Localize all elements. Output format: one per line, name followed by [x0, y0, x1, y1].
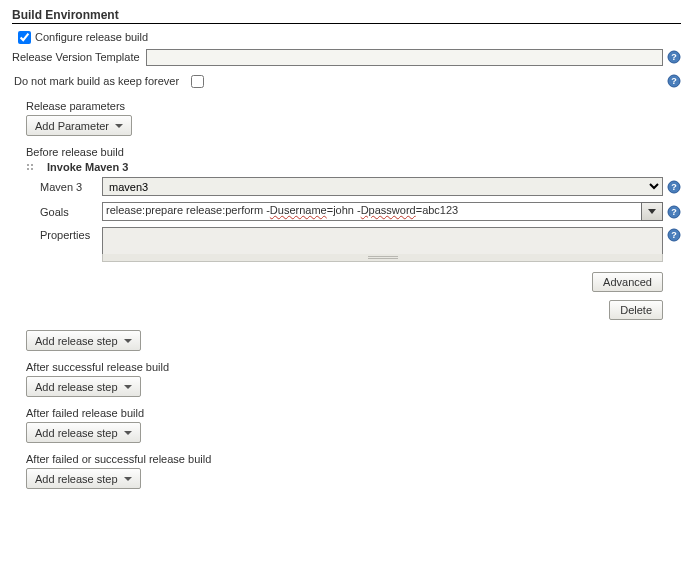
add-release-step-label: Add release step — [35, 335, 118, 347]
properties-textarea[interactable] — [102, 227, 663, 255]
caret-down-icon — [124, 385, 132, 389]
add-release-step-button[interactable]: Add release step — [26, 468, 141, 489]
caret-down-icon — [648, 209, 656, 214]
drag-handle-icon[interactable] — [26, 163, 36, 173]
properties-row: Properties ? — [40, 227, 681, 262]
svg-text:?: ? — [671, 52, 677, 62]
keep-forever-label: Do not mark build as keep forever — [14, 75, 179, 87]
configure-row: Configure release build — [12, 28, 681, 46]
svg-text:?: ? — [671, 182, 677, 192]
configure-release-label: Configure release build — [35, 31, 148, 43]
add-release-step-label: Add release step — [35, 473, 118, 485]
delete-button[interactable]: Delete — [609, 300, 663, 320]
svg-text:?: ? — [671, 207, 677, 217]
help-icon[interactable]: ? — [667, 74, 681, 88]
help-icon[interactable]: ? — [667, 50, 681, 64]
caret-down-icon — [124, 339, 132, 343]
maven-select[interactable]: maven3 — [102, 177, 663, 196]
section-title: Build Environment — [12, 8, 681, 24]
goals-input[interactable]: release:prepare release:perform -Duserna… — [102, 202, 642, 221]
goals-expand-button[interactable] — [641, 202, 663, 221]
caret-down-icon — [124, 477, 132, 481]
add-release-step-button[interactable]: Add release step — [26, 330, 141, 351]
add-parameter-label: Add Parameter — [35, 120, 109, 132]
advanced-button[interactable]: Advanced — [592, 272, 663, 292]
release-params-heading: Release parameters — [26, 100, 681, 112]
keep-forever-row: Do not mark build as keep forever ? — [12, 72, 681, 90]
caret-down-icon — [115, 124, 123, 128]
release-version-label: Release Version Template — [12, 51, 140, 63]
add-release-step-button[interactable]: Add release step — [26, 422, 141, 443]
goals-label: Goals — [40, 206, 98, 218]
help-icon[interactable]: ? — [667, 228, 681, 242]
add-release-step-label: Add release step — [35, 381, 118, 393]
release-version-row: Release Version Template ? — [12, 48, 681, 66]
svg-text:?: ? — [671, 230, 677, 240]
add-release-step-label: Add release step — [35, 427, 118, 439]
maven-row: Maven 3 maven3 ? — [40, 177, 681, 196]
properties-label: Properties — [40, 227, 98, 241]
add-release-step-button[interactable]: Add release step — [26, 376, 141, 397]
help-icon[interactable]: ? — [667, 205, 681, 219]
keep-forever-checkbox[interactable] — [191, 75, 204, 88]
caret-down-icon — [124, 431, 132, 435]
after-any-heading: After failed or successful release build — [26, 453, 681, 465]
after-failed-heading: After failed release build — [26, 407, 681, 419]
after-success-heading: After successful release build — [26, 361, 681, 373]
configure-release-checkbox[interactable] — [18, 31, 31, 44]
help-icon[interactable]: ? — [667, 180, 681, 194]
add-parameter-button[interactable]: Add Parameter — [26, 115, 132, 136]
maven-label: Maven 3 — [40, 181, 98, 193]
goals-row: Goals release:prepare release:perform -D… — [40, 202, 681, 221]
step-title: Invoke Maven 3 — [47, 161, 128, 173]
before-release-heading: Before release build — [26, 146, 681, 158]
release-version-input[interactable] — [146, 49, 663, 66]
resize-handle[interactable] — [102, 254, 663, 262]
svg-text:?: ? — [671, 76, 677, 86]
